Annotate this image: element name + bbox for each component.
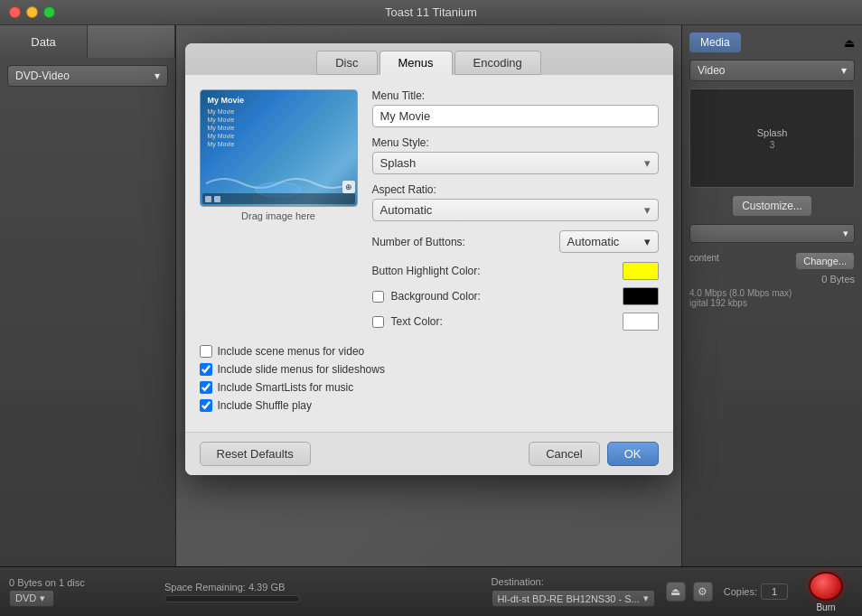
destination-value[interactable]: Hl-dt-st BD-RE BH12NS30 - S... ▾ xyxy=(492,590,655,607)
checkbox-scene[interactable] xyxy=(200,345,212,358)
bg-color-row: Background Color: xyxy=(372,287,659,305)
preview-item-4: My Movie xyxy=(208,141,235,147)
text-color-row: Text Color: xyxy=(372,313,659,331)
menu-title-row: Menu Title: xyxy=(372,89,659,127)
bg-color-swatch[interactable] xyxy=(623,287,659,305)
content-dropdown[interactable]: ▾ xyxy=(689,224,855,243)
menus-dialog: Disc Menus Encoding My Movie My Movie xyxy=(185,43,673,475)
dialog-footer: Reset Defaults Cancel OK xyxy=(185,432,673,475)
highlight-color-label: Button Highlight Color: xyxy=(372,265,615,277)
ok-button[interactable]: OK xyxy=(607,442,659,466)
checkboxes-area: Include scene menus for video Include sl… xyxy=(200,345,659,412)
content-label: content xyxy=(689,253,719,263)
customize-button[interactable]: Customize... xyxy=(732,195,812,217)
tab-disc[interactable]: Disc xyxy=(316,51,377,75)
dvd-video-dropdown-arrow: ▾ xyxy=(155,70,160,82)
form-area: Menu Title: Menu Style: Splash ▾ Aspect … xyxy=(372,89,659,338)
dialog-overlay: Disc Menus Encoding My Movie My Movie xyxy=(176,25,681,566)
menu-style-select[interactable]: Splash ▾ xyxy=(372,152,659,174)
aspect-ratio-value: Automatic xyxy=(380,203,433,217)
disc-type-dropdown[interactable]: DVD ▾ xyxy=(9,590,54,607)
video-dropdown-arrow: ▾ xyxy=(841,64,847,77)
content-dropdown-arrow: ▾ xyxy=(843,228,848,239)
checkbox-slide[interactable] xyxy=(200,363,212,376)
copies-input[interactable] xyxy=(761,583,788,600)
settings-button[interactable]: ⚙ xyxy=(693,582,713,602)
aspect-ratio-row: Aspect Ratio: Automatic ▾ xyxy=(372,183,659,221)
checkbox-slide-label: Include slide menus for slideshows xyxy=(218,363,385,376)
text-color-label: Text Color: xyxy=(391,315,615,328)
tab-menus[interactable]: Menus xyxy=(379,51,453,75)
num-buttons-select[interactable]: Automatic ▾ xyxy=(559,230,659,253)
aspect-ratio-arrow: ▾ xyxy=(644,203,651,217)
sidebar: Data DVD-Video ▾ xyxy=(0,25,176,566)
eject-disc-button[interactable]: ⏏ xyxy=(666,582,686,602)
bg-color-label: Background Color: xyxy=(391,290,615,303)
preview-area: My Movie My Movie My Movie My Movie My M… xyxy=(200,89,358,338)
bytes-info: 0 Bytes xyxy=(689,274,855,285)
bg-color-checkbox[interactable] xyxy=(372,291,384,303)
menu-style-arrow: ▾ xyxy=(644,156,651,170)
maximize-button[interactable] xyxy=(43,6,55,18)
dialog-tabs: Disc Menus Encoding xyxy=(185,43,673,75)
video-dropdown[interactable]: Video ▾ xyxy=(689,60,855,81)
preview-item-3: My Movie xyxy=(208,133,235,139)
checkbox-shuffle[interactable] xyxy=(200,399,212,412)
tab-disc-label: Disc xyxy=(335,56,358,70)
title-bar: Toast 11 Titanium xyxy=(0,0,862,25)
cancel-button[interactable]: Cancel xyxy=(529,442,599,466)
zoom-button[interactable]: ⊕ xyxy=(342,181,355,193)
dvd-video-dropdown-label: DVD-Video xyxy=(15,70,70,82)
media-button[interactable]: Media xyxy=(689,33,741,52)
tab-encoding[interactable]: Encoding xyxy=(454,51,541,75)
num-buttons-label: Number of Buttons: xyxy=(372,236,552,248)
num-buttons-arrow: ▾ xyxy=(644,235,651,248)
close-button[interactable] xyxy=(9,6,21,18)
preview-image: My Movie My Movie My Movie My Movie My M… xyxy=(200,89,358,207)
text-color-swatch[interactable] xyxy=(623,313,659,331)
checkbox-shuffle-label: Include Shuffle play xyxy=(218,399,313,412)
menu-style-label: Menu Style: xyxy=(372,136,659,149)
aspect-ratio-select[interactable]: Automatic ▾ xyxy=(372,199,659,221)
num-buttons-row: Number of Buttons: Automatic ▾ xyxy=(372,230,659,253)
burn-button[interactable]: Burn xyxy=(799,572,853,612)
bytes-on-disc: 0 Bytes on 1 disc xyxy=(9,577,154,588)
disc-type-label: DVD xyxy=(15,593,36,603)
highlight-color-swatch[interactable] xyxy=(623,262,659,280)
preview-items: My Movie My Movie My Movie My Movie My M… xyxy=(208,108,235,147)
menu-title-input[interactable] xyxy=(372,105,659,127)
preview-item-0: My Movie xyxy=(208,108,235,115)
checkbox-smartlists[interactable] xyxy=(200,381,212,394)
eject-icon[interactable]: ⏏ xyxy=(844,36,855,50)
window-title: Toast 11 Titanium xyxy=(385,5,477,19)
sidebar-tab-other[interactable] xyxy=(88,25,175,58)
ctrl-btn-stop xyxy=(214,196,220,202)
ctrl-btn-play xyxy=(205,196,211,202)
preview-image-inner: My Movie My Movie My Movie My Movie My M… xyxy=(201,90,357,206)
tab-encoding-label: Encoding xyxy=(473,56,522,70)
menu-style-row: Menu Style: Splash ▾ xyxy=(372,136,659,174)
change-button[interactable]: Change... xyxy=(795,252,855,270)
dialog-content: My Movie My Movie My Movie My Movie My M… xyxy=(200,89,659,338)
destination-text: Hl-dt-st BD-RE BH12NS30 - S... xyxy=(498,593,640,604)
splash-preview-label: Splash xyxy=(757,127,788,138)
destination-label: Destination: xyxy=(492,576,655,587)
checkbox-shuffle-row: Include Shuffle play xyxy=(200,399,659,412)
reset-defaults-button[interactable]: Reset Defaults xyxy=(200,442,311,466)
text-color-checkbox[interactable] xyxy=(372,316,384,328)
splash-preview: Splash 3 xyxy=(689,89,855,188)
disc-type-arrow: ▾ xyxy=(40,593,45,604)
sidebar-tab-data[interactable]: Data xyxy=(0,25,88,58)
copies-control: Copies: xyxy=(724,583,788,600)
space-remaining: Space Remaining: 4.39 GB xyxy=(164,582,481,593)
menu-title-label: Menu Title: xyxy=(372,89,659,102)
dvd-video-dropdown[interactable]: DVD-Video ▾ xyxy=(7,65,168,87)
status-left: 0 Bytes on 1 disc DVD ▾ xyxy=(9,577,154,607)
window-controls xyxy=(9,6,55,18)
video-dropdown-label: Video xyxy=(698,64,725,77)
status-destination-area: Destination: Hl-dt-st BD-RE BH12NS30 - S… xyxy=(492,576,655,607)
minimize-button[interactable] xyxy=(26,6,38,18)
status-bar: 0 Bytes on 1 disc DVD ▾ Space Remaining:… xyxy=(0,566,862,616)
tab-menus-label: Menus xyxy=(398,56,434,70)
aspect-ratio-label: Aspect Ratio: xyxy=(372,183,659,196)
